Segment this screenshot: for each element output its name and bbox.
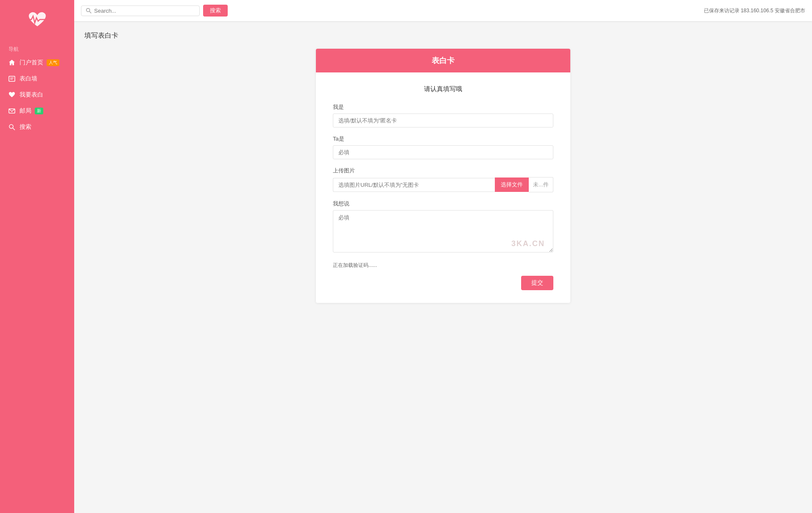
form-group-image: 上传图片 选择文件 未...件 [333,167,553,192]
page-title: 填写表白卡 [84,31,802,40]
submit-row: 提交 [333,276,553,290]
home-icon [8,59,15,66]
home-badge: 人气 [47,59,59,66]
form-label-from: 我是 [333,103,553,111]
main-area: 搜索 已保存来访记录 183.160.106.5 安徽省合肥市 填写表白卡 表白… [74,0,812,513]
form-input-image[interactable] [333,178,495,192]
sidebar-item-home[interactable]: 门户首页 人气 [0,55,74,71]
form-textarea-message[interactable] [333,210,553,252]
form-group-message: 我想说 3KA.CN [333,200,553,254]
sidebar-item-home-label: 门户首页 [20,59,43,67]
sidebar-item-mail[interactable]: 邮局 新 [0,103,74,119]
logo [25,8,50,30]
submit-button[interactable]: 提交 [521,276,553,290]
sidebar: 导航 门户首页 人气 表白墙 我要表白 邮局 新 搜索 [0,0,74,513]
sidebar-item-search[interactable]: 搜索 [0,119,74,135]
svg-line-5 [13,128,15,130]
mail-icon [8,108,15,114]
textarea-wrap: 3KA.CN [333,210,553,254]
svg-point-6 [87,8,90,12]
board-icon [8,75,15,82]
heart-icon [8,92,15,98]
svg-rect-0 [9,76,15,81]
mail-badge: 新 [35,108,43,114]
choose-file-button[interactable]: 选择文件 [495,177,529,192]
svg-line-7 [89,11,91,13]
form-input-to[interactable] [333,145,553,159]
search-area: 搜索 [81,5,228,17]
sidebar-item-mail-label: 邮局 [20,107,31,115]
sidebar-item-search-label: 搜索 [20,123,31,131]
file-name-label: 未...件 [529,177,553,192]
search-icon-sidebar [8,124,15,130]
search-input-wrap [81,6,200,16]
search-input[interactable] [94,8,187,14]
sidebar-item-confess-label: 我要表白 [20,91,43,99]
nav-label: 导航 [0,42,74,55]
form-label-to: Ta是 [333,135,553,143]
page-content: 填写表白卡 表白卡 请认真填写哦 我是 Ta是 上传图片 [74,21,812,513]
captcha-text: 正在加载验证码...... [333,262,553,269]
topbar: 搜索 已保存来访记录 183.160.106.5 安徽省合肥市 [74,0,812,21]
topbar-info: 已保存来访记录 183.160.106.5 安徽省合肥市 [704,7,805,14]
sidebar-item-confess[interactable]: 我要表白 [0,87,74,103]
search-button[interactable]: 搜索 [203,5,228,17]
svg-point-4 [9,125,13,128]
sidebar-item-confessions-label: 表白墙 [20,75,37,83]
form-group-from: 我是 [333,103,553,128]
form-input-from[interactable] [333,114,553,128]
form-label-message: 我想说 [333,200,553,208]
form-card-body: 请认真填写哦 我是 Ta是 上传图片 选择文件 未 [316,72,570,303]
sidebar-item-confessions[interactable]: 表白墙 [0,71,74,87]
search-icon [86,8,92,14]
image-upload-row: 选择文件 未...件 [333,177,553,192]
form-card-header: 表白卡 [316,49,570,72]
form-subtitle: 请认真填写哦 [333,85,553,93]
form-group-to: Ta是 [333,135,553,159]
form-label-image: 上传图片 [333,167,553,175]
form-card: 表白卡 请认真填写哦 我是 Ta是 上传图片 [316,49,570,303]
